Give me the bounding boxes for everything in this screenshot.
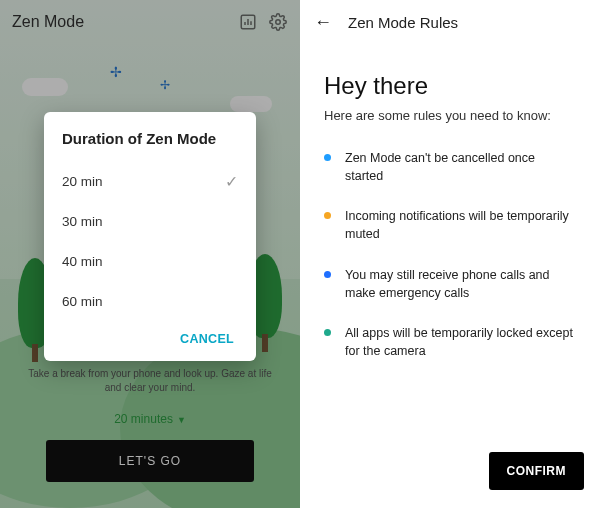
rule-item: All apps will be temporarily locked exce… bbox=[324, 324, 576, 360]
rule-text: Incoming notifications will be temporari… bbox=[345, 207, 576, 243]
zen-mode-screen: ✢✢ Zen Mode Take a break from your phone… bbox=[0, 0, 300, 508]
checkmark-icon: ✓ bbox=[225, 172, 238, 191]
rules-header: ← Zen Mode Rules bbox=[300, 0, 600, 44]
option-label: 30 min bbox=[62, 214, 103, 229]
rules-heading: Hey there bbox=[324, 72, 576, 100]
rule-item: Zen Mode can't be cancelled once started bbox=[324, 149, 576, 185]
back-arrow-icon[interactable]: ← bbox=[314, 13, 332, 31]
option-label: 40 min bbox=[62, 254, 103, 269]
duration-option[interactable]: 30 min bbox=[62, 201, 238, 241]
rule-text: You may still receive phone calls and ma… bbox=[345, 266, 576, 302]
confirm-button[interactable]: CONFIRM bbox=[489, 452, 585, 490]
dialog-title: Duration of Zen Mode bbox=[62, 130, 238, 147]
option-label: 20 min bbox=[62, 174, 103, 189]
duration-option[interactable]: 60 min bbox=[62, 281, 238, 321]
bullet-icon bbox=[324, 154, 331, 161]
zen-rules-screen: ← Zen Mode Rules Hey there Here are some… bbox=[300, 0, 600, 508]
bullet-icon bbox=[324, 329, 331, 336]
rule-text: All apps will be temporarily locked exce… bbox=[345, 324, 576, 360]
duration-dialog: Duration of Zen Mode 20 min ✓ 30 min 40 … bbox=[44, 112, 256, 361]
rule-item: You may still receive phone calls and ma… bbox=[324, 266, 576, 302]
rule-item: Incoming notifications will be temporari… bbox=[324, 207, 576, 243]
duration-option[interactable]: 40 min bbox=[62, 241, 238, 281]
duration-option[interactable]: 20 min ✓ bbox=[62, 161, 238, 201]
option-label: 60 min bbox=[62, 294, 103, 309]
rules-title: Zen Mode Rules bbox=[348, 14, 458, 31]
bullet-icon bbox=[324, 271, 331, 278]
cancel-button[interactable]: CANCEL bbox=[180, 332, 234, 346]
bullet-icon bbox=[324, 212, 331, 219]
rules-subtitle: Here are some rules you need to know: bbox=[324, 108, 576, 123]
rule-text: Zen Mode can't be cancelled once started bbox=[345, 149, 576, 185]
